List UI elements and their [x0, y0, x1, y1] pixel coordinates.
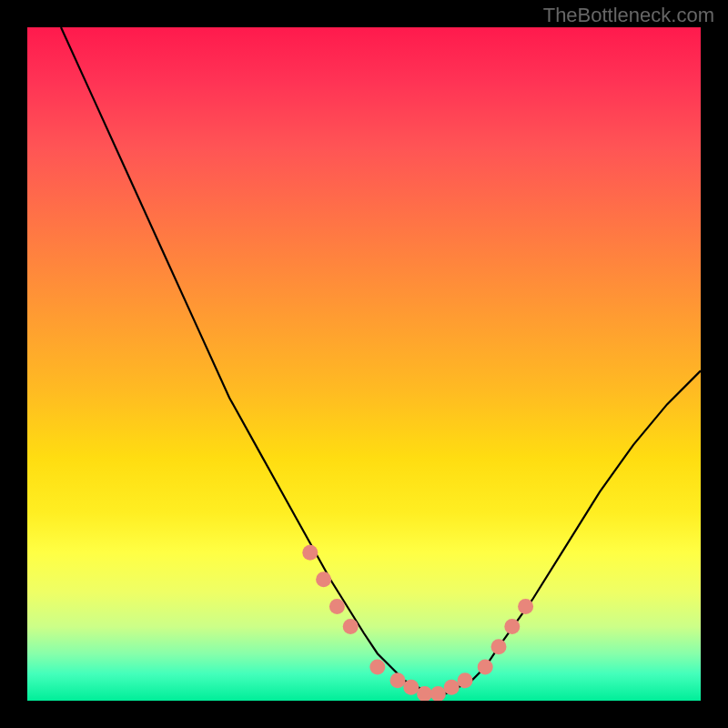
marker-dot: [491, 639, 507, 654]
marker-dot: [403, 680, 419, 695]
curve-path: [61, 27, 701, 694]
marker-dot: [390, 672, 406, 688]
marker-dot: [444, 680, 460, 695]
highlight-markers: [302, 545, 533, 701]
marker-dot: [504, 619, 520, 634]
marker-dot: [478, 660, 493, 675]
marker-dot: [329, 599, 345, 614]
marker-dot: [518, 599, 533, 614]
marker-dot: [302, 545, 318, 561]
watermark-text: TheBottleneck.com: [543, 4, 714, 27]
marker-dot: [458, 672, 473, 688]
marker-dot: [316, 571, 331, 587]
marker-dot: [369, 660, 385, 675]
marker-dot: [343, 619, 359, 634]
chart-curve: [27, 27, 701, 701]
marker-dot: [430, 686, 446, 701]
